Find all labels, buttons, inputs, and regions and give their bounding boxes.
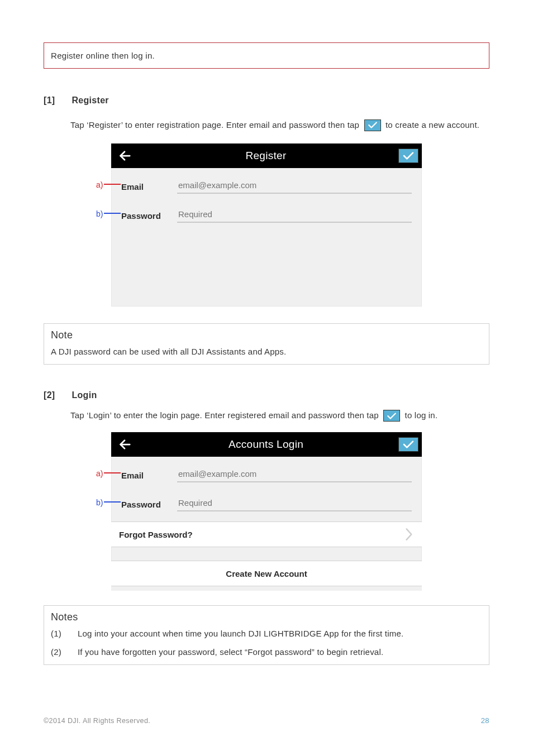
section-1-body-before: Tap ‘Register’ to enter registration pag… [70,120,359,130]
notes-box: Notes (1) Log into your account when tim… [44,605,489,665]
notes-title: Notes [51,611,482,623]
register-screenshot: a) b) Register Email Password [111,143,422,307]
intro-text: Register online then log in. [51,51,155,60]
email-label: Email [121,471,165,482]
annotation-b: b) [96,498,121,507]
forgot-password-row[interactable]: Forgot Password? [111,521,422,547]
section-2-body: Tap ‘Login’ to enter the login page. Ent… [70,410,489,422]
notes-item-num: (1) [51,629,62,638]
annotation-b: b) [96,209,121,218]
section-1-title: Register [72,95,108,106]
email-field[interactable] [177,468,412,482]
email-field[interactable] [177,179,412,194]
email-label: Email [121,182,165,194]
section-2-body-after: to log in. [405,410,438,420]
section-2-title: Login [72,390,97,400]
email-row: Email [121,468,412,482]
login-header: Accounts Login [111,432,422,457]
email-row: Email [121,179,412,194]
register-header: Register [111,143,422,168]
create-account-label: Create New Account [226,569,307,578]
footer-copyright: ©2014 DJI. All Rights Reserved. [44,717,150,725]
annotation-a: a) [96,469,121,478]
confirm-button[interactable] [398,437,418,452]
create-account-button[interactable]: Create New Account [111,561,422,586]
password-row: Password [121,208,412,223]
password-label: Password [121,500,165,511]
chevron-right-icon [404,527,414,542]
section-1-body-after: to create a new account. [386,120,479,130]
note-body: A DJI password can be used with all DJI … [51,347,482,356]
notes-item-text: Log into your account when time you laun… [78,629,403,638]
annotation-a: a) [96,180,121,189]
notes-item-text: If you have forgotten your password, sel… [78,647,383,657]
section-1-num: [1] [44,95,55,106]
section-2-num: [2] [44,390,55,400]
notes-item-1: (1) Log into your account when time you … [51,629,482,638]
section-2-heading: [2] Login [44,390,489,400]
login-title: Accounts Login [229,438,303,451]
password-label: Password [121,211,165,223]
password-row: Password [121,497,412,511]
register-title: Register [245,150,286,162]
intro-box: Register online then log in. [44,42,489,69]
section-1-heading: [1] Register [44,95,489,106]
note-box: Note A DJI password can be used with all… [44,323,489,365]
footer-page-number: 28 [481,716,489,725]
page-footer: ©2014 DJI. All Rights Reserved. 28 [44,716,489,725]
confirm-button[interactable] [398,149,418,163]
password-field[interactable] [177,497,412,511]
login-screenshot: a) b) Accounts Login Email Pa [111,432,422,591]
notes-item-2: (2) If you have forgotten your password,… [51,647,482,657]
section-2-body-before: Tap ‘Login’ to enter the login page. Ent… [70,410,379,420]
note-title: Note [51,329,482,341]
forgot-password-label: Forgot Password? [119,530,193,539]
password-field[interactable] [177,208,412,223]
section-1-body: Tap ‘Register’ to enter registration pag… [70,116,489,135]
back-icon[interactable] [116,436,134,453]
notes-item-num: (2) [51,647,62,657]
check-icon [383,410,400,422]
check-icon [364,119,381,131]
back-icon[interactable] [116,147,134,165]
